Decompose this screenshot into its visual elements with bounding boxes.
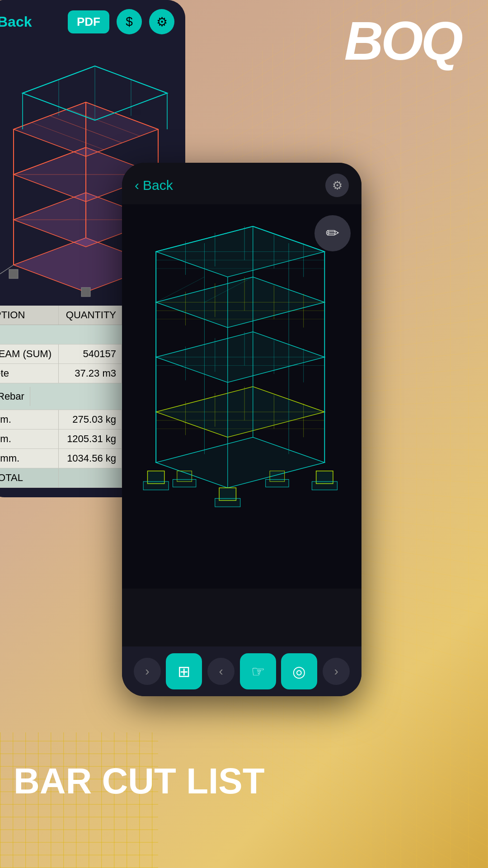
total-qty (59, 468, 122, 487)
rebar3-desc: 6 mm. (0, 449, 59, 468)
svg-rect-78 (143, 481, 169, 490)
col-header-description: IPTION (0, 306, 59, 325)
header-icons-back: PDF $ ⚙ (68, 9, 174, 34)
toolbar-more-right[interactable]: › (323, 658, 350, 685)
svg-rect-83 (173, 479, 196, 487)
svg-rect-84 (266, 479, 289, 487)
rebar1-desc: mm. (0, 410, 59, 429)
toolbar-view-button[interactable]: ◎ (281, 653, 317, 689)
gear-icon-front[interactable]: ⚙ (325, 174, 349, 197)
dollar-icon-button[interactable]: $ (117, 9, 142, 34)
toolbar-arrow-right[interactable]: › (134, 658, 161, 685)
toolbar-grid-button[interactable]: ⊞ (166, 653, 202, 689)
back-phone-header: Back PDF $ ⚙ (0, 0, 185, 43)
front-phone-toolbar: › ⊞ ‹ ☞ ◎ › (122, 646, 361, 696)
gear-icon-button[interactable]: ⚙ (149, 9, 174, 34)
phone-front: ‹ Back ⚙ ✏ (122, 163, 361, 696)
svg-rect-79 (215, 498, 240, 507)
svg-rect-27 (9, 269, 18, 278)
toolbar-arrow-left[interactable]: ‹ (207, 658, 235, 685)
pencil-fab-button[interactable]: ✏ (314, 215, 351, 251)
total-label: TOTAL (0, 468, 59, 487)
rebar2-desc: mm. (0, 429, 59, 448)
svg-rect-80 (312, 481, 337, 490)
back-button-back[interactable]: Back (0, 14, 32, 30)
svg-rect-29 (81, 288, 90, 297)
back-button-front[interactable]: ‹ Back (135, 178, 173, 193)
bar-cut-list-title: BAR CUT LIST (14, 762, 265, 800)
front-phone-header: ‹ Back ⚙ (122, 163, 361, 204)
rebar3-qty: 1034.56 kg (59, 449, 122, 468)
rebar1-qty: 275.03 kg (59, 410, 122, 429)
beam-sum-desc: BEAM (SUM) (0, 344, 59, 363)
chevron-left-icon: ‹ (135, 178, 139, 193)
concrete-qty: 37.23 m3 (59, 364, 122, 383)
concrete-desc: rete (0, 364, 59, 383)
toolbar-touch-button[interactable]: ☞ (240, 653, 276, 689)
rebar-label: Rebar (0, 387, 30, 406)
building-wireframe-front (127, 218, 354, 564)
beam-sum-qty: 540157 (59, 344, 122, 363)
wireframe-front-view[interactable]: ✏ (122, 204, 361, 589)
col-header-quantity: QUANTITY (59, 306, 122, 325)
boq-title: BOQ (344, 14, 461, 68)
rebar2-qty: 1205.31 kg (59, 429, 122, 448)
pdf-button[interactable]: PDF (68, 10, 109, 33)
